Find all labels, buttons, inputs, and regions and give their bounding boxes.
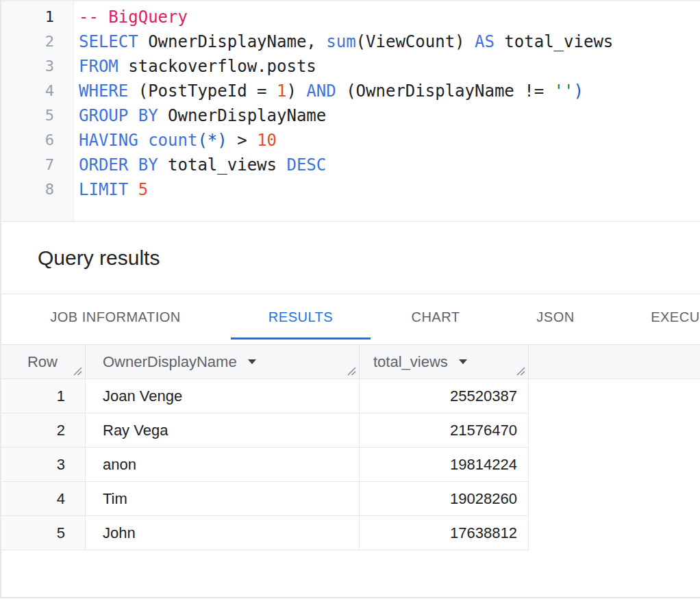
bigquery-query-panel: 12345678 -- BigQuerySELECT OwnerDisplayN…	[0, 0, 700, 601]
column-label: total_views	[373, 353, 448, 371]
code-token: AS	[475, 32, 495, 51]
code-token: ORDER BY	[79, 155, 158, 175]
code-line: ORDER BY total_views DESC	[79, 153, 613, 177]
row-number-cell: 3	[0, 448, 86, 481]
table-row: 1Joan Venge25520387	[0, 379, 529, 413]
code-token: total_views	[495, 32, 613, 51]
column-resize-handle[interactable]	[346, 366, 357, 376]
code-token: FROM	[79, 57, 118, 76]
line-number: 4	[0, 79, 73, 103]
sql-editor[interactable]: 12345678 -- BigQuerySELECT OwnerDisplayN…	[0, 0, 700, 222]
code-token: )	[286, 81, 306, 101]
code-line: FROM stackoverflow.posts	[79, 54, 613, 79]
row-number-cell: 5	[0, 516, 86, 550]
owner-display-name-cell: Tim	[86, 482, 360, 515]
owner-display-name-cell: anon	[86, 448, 360, 481]
column-header-filler	[529, 345, 700, 379]
editor-line-number-gutter: 12345678	[0, 1, 74, 221]
code-line: WHERE (PostTypeId = 1) AND (OwnerDisplay…	[79, 79, 613, 103]
owner-display-name-cell: John	[86, 516, 360, 550]
row-number-cell: 2	[0, 413, 86, 447]
code-token	[128, 180, 138, 199]
total-views-cell: 17638812	[360, 516, 529, 550]
total-views-cell: 19028260	[360, 482, 529, 515]
code-token	[138, 131, 148, 150]
table-body: 1Joan Venge255203872Ray Vega215764703ano…	[0, 379, 700, 550]
sort-dropdown-icon[interactable]	[459, 359, 467, 364]
query-results-header: Query results	[0, 222, 700, 294]
code-token: count	[148, 131, 197, 150]
tab-results[interactable]: RESULTS	[231, 294, 371, 340]
code-token: ''	[554, 81, 574, 101]
code-token: total_views	[158, 155, 287, 175]
code-token: (PostTypeId =	[128, 81, 277, 101]
editor-code-area: -- BigQuerySELECT OwnerDisplayName, sum(…	[74, 1, 613, 221]
query-results-heading: Query results	[38, 246, 160, 270]
code-token: 5	[138, 180, 148, 199]
code-token: (OwnerDisplayName !=	[336, 81, 554, 101]
code-token: (*)	[197, 131, 227, 150]
column-header-row: Row	[0, 345, 86, 379]
code-token: stackoverflow.posts	[118, 57, 316, 76]
line-number: 6	[0, 128, 73, 153]
code-line: GROUP BY OwnerDisplayName	[79, 103, 613, 128]
code-token: OwnerDisplayName	[158, 106, 327, 125]
table-row: 5John17638812	[0, 516, 529, 550]
code-token: DESC	[286, 155, 326, 175]
code-token: sum	[326, 32, 355, 51]
code-token: GROUP BY	[79, 106, 158, 125]
code-token: HAVING	[79, 131, 138, 150]
sort-dropdown-icon[interactable]	[248, 359, 256, 364]
code-token: LIMIT	[79, 180, 128, 199]
tab-json[interactable]: JSON	[501, 294, 610, 340]
panel-left-border	[0, 0, 1, 598]
line-number: 3	[0, 54, 73, 79]
line-number: 8	[0, 177, 73, 202]
owner-display-name-cell: Ray Vega	[86, 413, 360, 447]
table-row: 4Tim19028260	[0, 482, 529, 516]
code-token: AND	[306, 81, 336, 101]
tab-job-information[interactable]: JOB INFORMATION	[0, 294, 231, 340]
table-row: 3anon19814224	[0, 448, 529, 482]
code-token: WHERE	[79, 81, 128, 101]
column-header-ownerdisplayname[interactable]: OwnerDisplayName	[86, 345, 360, 379]
row-number-cell: 1	[0, 379, 86, 413]
code-token: >	[227, 131, 257, 150]
code-line: HAVING count(*) > 10	[79, 128, 613, 153]
results-table: Row OwnerDisplayName total_views 1Joan V…	[0, 344, 700, 550]
column-label: Row	[27, 353, 58, 371]
code-token: SELECT	[79, 32, 138, 51]
column-resize-handle[interactable]	[515, 366, 526, 376]
tab-execution-details[interactable]: EXECUTION DETAILS	[610, 294, 700, 340]
row-number-cell: 4	[0, 482, 86, 515]
code-line: SELECT OwnerDisplayName, sum(ViewCount) …	[79, 29, 613, 54]
column-header-total-views[interactable]: total_views	[360, 345, 529, 379]
line-number: 5	[0, 103, 73, 128]
column-resize-handle[interactable]	[72, 366, 83, 376]
owner-display-name-cell: Joan Venge	[86, 379, 360, 413]
table-row: 2Ray Vega21576470	[0, 413, 529, 448]
table-header-row: Row OwnerDisplayName total_views	[0, 345, 700, 379]
code-token: -- BigQuery	[79, 8, 188, 27]
total-views-cell: 25520387	[360, 379, 529, 413]
panel-bottom-border	[0, 597, 700, 598]
code-line: -- BigQuery	[79, 5, 613, 29]
total-views-cell: 21576470	[360, 413, 529, 447]
line-number: 1	[0, 5, 73, 29]
code-token: (ViewCount)	[356, 32, 475, 51]
line-number: 2	[0, 29, 73, 54]
code-token: OwnerDisplayName,	[138, 32, 327, 51]
column-label: OwnerDisplayName	[103, 353, 237, 371]
code-line: LIMIT 5	[79, 177, 613, 202]
tab-chart[interactable]: CHART	[371, 294, 501, 340]
total-views-cell: 19814224	[360, 448, 529, 481]
code-token: 10	[257, 131, 277, 150]
code-token: 1	[277, 81, 286, 101]
results-tab-bar: JOB INFORMATIONRESULTSCHARTJSONEXECUTION…	[0, 294, 700, 340]
line-number: 7	[0, 153, 73, 177]
code-token: )	[574, 81, 584, 101]
